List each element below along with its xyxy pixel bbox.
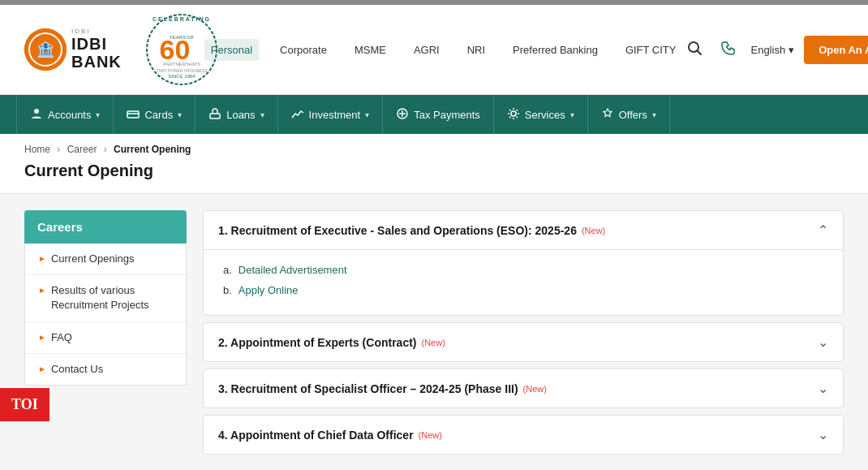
svg-line-10 — [698, 50, 702, 54]
new-badge-4: (New) — [419, 430, 442, 440]
idbi-prefix: IDBI — [71, 28, 135, 36]
accordion-title-3: 3. Recruitment of Specialist Officer – 2… — [218, 382, 547, 395]
sidebar-item-current-openings[interactable]: ► Current Openings — [25, 244, 186, 275]
breadcrumb-sep2: › — [104, 144, 107, 155]
accordion-header-3[interactable]: 3. Recruitment of Specialist Officer – 2… — [204, 369, 843, 407]
toi-badge[interactable]: TOI — [0, 388, 49, 421]
idbi-logo-icon: 🏦 — [24, 28, 67, 71]
investment-chevron: ▾ — [365, 110, 369, 119]
accordion-item-4: 4. Appointment of Chief Data Officer (Ne… — [203, 415, 844, 455]
accordion-header-4[interactable]: 4. Appointment of Chief Data Officer (Ne… — [204, 416, 843, 454]
sidebar-label-results: Results of various Recruitment Projects — [51, 283, 173, 313]
loans-chevron: ▾ — [260, 110, 264, 119]
language-selector[interactable]: English ▾ — [750, 44, 794, 56]
accordion-chevron-up-1: ⌃ — [818, 222, 828, 238]
tax-icon — [396, 107, 409, 123]
sidebar-item-contact[interactable]: ► Contact Us — [25, 354, 186, 385]
top-actions: English ▾ Open An Account — [682, 35, 868, 64]
accounts-chevron: ▾ — [96, 110, 100, 119]
sidebar-item-results[interactable]: ► Results of various Recruitment Project… — [25, 275, 186, 321]
accordion-chevron-down-2: ⌄ — [818, 334, 828, 350]
loans-icon — [208, 107, 221, 123]
breadcrumb: Home › Career › Current Opening — [0, 134, 868, 155]
accounts-icon — [30, 107, 43, 123]
open-account-button[interactable]: Open An Account — [804, 36, 868, 64]
svg-text:CELEBRATING: CELEBRATING — [153, 16, 211, 22]
nav-msme[interactable]: MSME — [348, 39, 393, 61]
sidebar-label-contact: Contact Us — [51, 362, 103, 377]
nav-nri[interactable]: NRI — [461, 39, 492, 61]
investment-label: Investment — [309, 109, 361, 121]
breadcrumb-area: Home › Career › Current Opening Current … — [0, 134, 868, 194]
svg-text:🏦: 🏦 — [37, 41, 55, 58]
accounts-label: Accounts — [48, 109, 91, 121]
search-icon-btn[interactable] — [682, 36, 707, 64]
accordion-area: 1. Recruitment of Executive - Sales and … — [203, 210, 844, 470]
accordion-chevron-down-3: ⌄ — [818, 381, 828, 396]
arrow-icon-4: ► — [38, 364, 46, 375]
svg-text:THAT POWER PROGRESS: THAT POWER PROGRESS — [157, 68, 208, 73]
nav-preferred-banking[interactable]: Preferred Banking — [506, 39, 604, 61]
sidebar-item-faq[interactable]: ► FAQ — [25, 322, 186, 354]
breadcrumb-career[interactable]: Career — [67, 144, 97, 155]
nav-gift-city[interactable]: GIFT CITY — [619, 39, 683, 61]
chevron-down-icon: ▾ — [789, 44, 794, 56]
offers-icon — [601, 107, 614, 123]
idbi-logo[interactable]: 🏦 IDBI IDBI BANK — [24, 28, 135, 71]
nav-offers[interactable]: Offers ▾ — [588, 95, 670, 134]
new-badge-3: (New) — [523, 384, 547, 394]
arrow-icon-3: ► — [38, 332, 46, 343]
svg-rect-15 — [210, 114, 220, 119]
content-area: Careers ► Current Openings ► Results of … — [0, 194, 868, 470]
nav-services[interactable]: Services ▾ — [494, 95, 588, 134]
link-text-1a: Detailed Advertisement — [238, 264, 347, 276]
svg-text:SINCE 1964: SINCE 1964 — [169, 74, 196, 79]
cards-icon — [127, 109, 140, 121]
tax-payments-label: Tax Payments — [414, 109, 480, 121]
nav-accounts[interactable]: Accounts ▾ — [16, 95, 114, 134]
nav-corporate[interactable]: Corporate — [273, 39, 333, 61]
accordion-title-text-3: 3. Recruitment of Specialist Officer – 2… — [218, 382, 518, 395]
breadcrumb-sep1: › — [57, 144, 60, 155]
accordion-title-text-1: 1. Recruitment of Executive - Sales and … — [218, 224, 577, 237]
nav-tax-payments[interactable]: Tax Payments — [383, 95, 494, 134]
breadcrumb-home[interactable]: Home — [24, 144, 50, 155]
link-prefix-1a: a. — [223, 264, 232, 276]
sidebar-header: Careers — [24, 210, 187, 244]
arrow-icon-2: ► — [38, 285, 46, 296]
nav-investment[interactable]: Investment ▾ — [278, 95, 384, 134]
top-nav: Personal Corporate MSME AGRI NRI Preferr… — [204, 39, 683, 61]
offers-chevron: ▾ — [652, 110, 656, 119]
loans-label: Loans — [226, 109, 255, 121]
services-label: Services — [525, 109, 565, 121]
new-badge-1: (New) — [582, 226, 605, 235]
link-text-1b: Apply Online — [238, 284, 299, 296]
celebrating-badge: CELEBRATING YEARS OF SINCE 1964 PARTNERS… — [145, 13, 204, 86]
breadcrumb-current: Current Opening — [114, 144, 191, 155]
svg-point-12 — [34, 109, 39, 114]
accordion-title-1: 1. Recruitment of Executive - Sales and … — [218, 224, 605, 237]
accordion-link-1b[interactable]: b. Apply Online — [223, 280, 823, 300]
main-nav: Accounts ▾ Cards ▾ Loans ▾ Investment ▾ … — [0, 95, 868, 134]
services-chevron: ▾ — [570, 110, 574, 119]
accordion-item-2: 2. Appointment of Experts (Contract) (Ne… — [203, 322, 844, 362]
logo-area: 🏦 IDBI IDBI BANK CELEBRATING YEARS OF SI… — [24, 13, 204, 86]
accordion-chevron-down-4: ⌄ — [818, 427, 828, 442]
sidebar-label-faq: FAQ — [51, 330, 72, 345]
idbi-bank-text: IDBI BANK — [71, 35, 135, 71]
accordion-link-1a[interactable]: a. Detailed Advertisement — [223, 260, 823, 280]
phone-icon-btn[interactable] — [716, 36, 741, 64]
nav-loans[interactable]: Loans ▾ — [196, 95, 277, 134]
link-prefix-1b: b. — [223, 284, 232, 296]
accordion-header-1[interactable]: 1. Recruitment of Executive - Sales and … — [204, 211, 843, 249]
svg-point-17 — [511, 111, 516, 116]
nav-agri[interactable]: AGRI — [407, 39, 446, 61]
accordion-title-2: 2. Appointment of Experts (Contract) (Ne… — [218, 336, 445, 349]
accordion-header-2[interactable]: 2. Appointment of Experts (Contract) (Ne… — [204, 323, 843, 361]
nav-cards[interactable]: Cards ▾ — [114, 95, 196, 134]
accordion-body-1: a. Detailed Advertisement b. Apply Onlin… — [204, 249, 843, 315]
page-title: Current Opening — [0, 155, 868, 194]
cards-chevron: ▾ — [178, 110, 182, 119]
sidebar: Careers ► Current Openings ► Results of … — [24, 210, 187, 470]
language-label: English — [750, 44, 785, 56]
